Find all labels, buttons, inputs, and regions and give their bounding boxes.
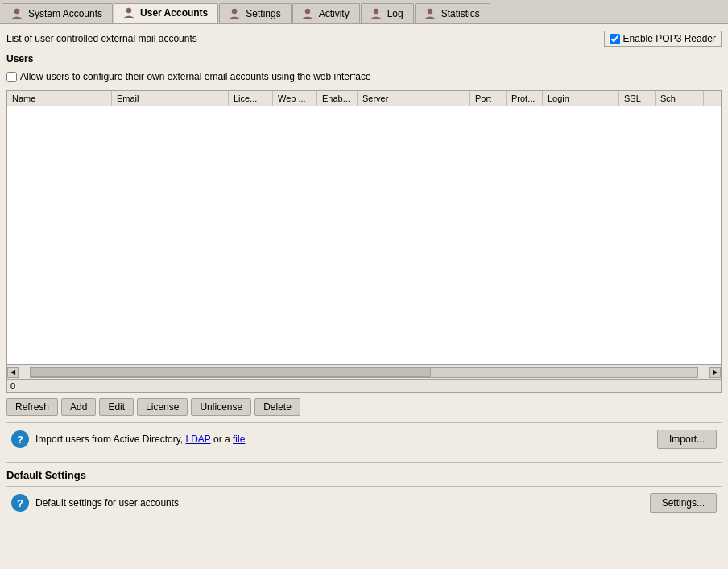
- section-divider: [6, 462, 722, 463]
- col-header-web: Web ...: [273, 91, 317, 106]
- license-button[interactable]: License: [137, 398, 188, 416]
- svg-point-4: [374, 9, 378, 14]
- top-row: List of user controlled external mail ac…: [6, 31, 722, 47]
- statistics-icon: [425, 8, 438, 19]
- file-link[interactable]: file: [233, 434, 245, 445]
- record-count: 0: [10, 381, 15, 391]
- col-header-server: Server: [358, 91, 470, 106]
- settings-question-icon: ?: [11, 494, 29, 512]
- log-icon: [371, 8, 384, 19]
- tab-activity[interactable]: Activity: [292, 3, 360, 23]
- user-accounts-icon: [124, 7, 137, 19]
- import-question-icon: ?: [11, 430, 29, 448]
- col-header-schedule: Sch: [656, 91, 704, 106]
- table-body: [7, 106, 721, 364]
- tab-bar: System Accounts User Accounts Settings A…: [0, 0, 728, 24]
- col-header-ssl: SSL: [619, 91, 656, 106]
- settings-icon: [230, 8, 242, 19]
- col-header-email: Email: [112, 91, 229, 106]
- col-header-port: Port: [470, 91, 507, 106]
- tab-log[interactable]: Log: [361, 3, 414, 23]
- scrollbar-track[interactable]: [30, 367, 698, 378]
- count-row: 0: [6, 380, 722, 393]
- col-header-license: Lice...: [229, 91, 273, 106]
- enable-pop3-label[interactable]: Enable POP3 Reader: [604, 31, 722, 47]
- edit-button[interactable]: Edit: [99, 398, 134, 416]
- svg-point-5: [428, 9, 432, 14]
- horizontal-scrollbar[interactable]: ◀ ▶: [6, 365, 722, 380]
- delete-button[interactable]: Delete: [254, 398, 300, 416]
- col-header-protocol: Prot...: [507, 91, 543, 106]
- import-row: ? Import users from Active Directory, LD…: [6, 422, 722, 455]
- tab-settings[interactable]: Settings: [219, 3, 291, 23]
- import-info-left: ? Import users from Active Directory, LD…: [11, 430, 245, 448]
- users-section: Users Allow users to configure their own…: [6, 53, 722, 416]
- tab-system-accounts[interactable]: System Accounts: [2, 3, 113, 23]
- enable-pop3-checkbox[interactable]: [610, 34, 620, 44]
- system-accounts-icon: [12, 8, 25, 19]
- col-header-login: Login: [543, 91, 619, 106]
- default-settings-header: Default Settings: [6, 469, 722, 481]
- settings-button[interactable]: Settings...: [650, 493, 717, 513]
- svg-point-2: [232, 9, 237, 14]
- col-header-enabled: Enab...: [317, 91, 358, 106]
- col-header-name: Name: [7, 91, 112, 106]
- allow-configure-checkbox[interactable]: [6, 72, 17, 82]
- ldap-link[interactable]: LDAP: [186, 434, 211, 445]
- default-settings-left: ? Default settings for user accounts: [11, 494, 179, 512]
- default-settings-description: Default settings for user accounts: [35, 497, 179, 509]
- main-content: List of user controlled external mail ac…: [0, 24, 728, 569]
- users-table-container: Name Email Lice... Web ... Enab... Serve…: [6, 90, 722, 365]
- tab-statistics[interactable]: Statistics: [415, 3, 490, 23]
- unlicense-button[interactable]: Unlicense: [191, 398, 251, 416]
- refresh-button[interactable]: Refresh: [6, 398, 58, 416]
- default-settings-row: ? Default settings for user accounts Set…: [6, 486, 722, 519]
- scroll-right-arrow[interactable]: ▶: [709, 367, 721, 378]
- table-header: Name Email Lice... Web ... Enab... Serve…: [7, 91, 721, 106]
- import-description: Import users from Active Directory, LDAP…: [35, 434, 245, 445]
- users-section-header: Users: [6, 53, 722, 64]
- account-description: List of user controlled external mail ac…: [6, 33, 197, 44]
- scrollbar-thumb[interactable]: [31, 368, 431, 377]
- svg-point-1: [126, 8, 131, 13]
- import-button[interactable]: Import...: [657, 430, 717, 449]
- activity-icon: [303, 8, 316, 19]
- tab-user-accounts[interactable]: User Accounts: [114, 3, 218, 23]
- allow-configure-label: Allow users to configure their own exter…: [20, 71, 371, 82]
- add-button[interactable]: Add: [61, 398, 96, 416]
- allow-checkbox-row: Allow users to configure their own exter…: [6, 68, 722, 85]
- svg-point-3: [305, 9, 310, 14]
- scroll-left-arrow[interactable]: ◀: [7, 367, 19, 378]
- button-bar: Refresh Add Edit License Unlicense Delet…: [6, 398, 722, 416]
- svg-point-0: [14, 9, 19, 14]
